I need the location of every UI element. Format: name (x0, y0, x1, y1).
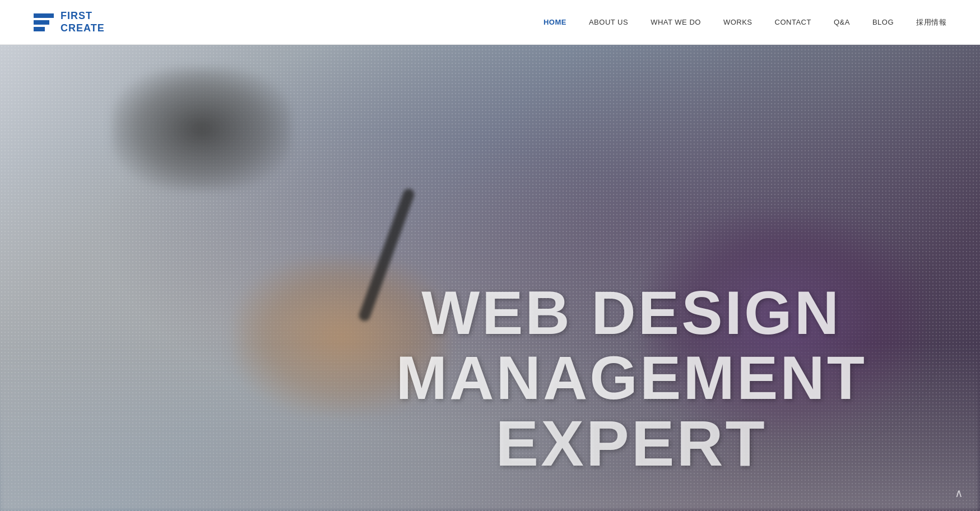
nav-contact[interactable]: CONTACT (775, 18, 811, 26)
nav-home[interactable]: HOME (544, 18, 566, 26)
nav-saiyou[interactable]: 採用情報 (916, 17, 946, 27)
nav-about[interactable]: ABOUT US (589, 18, 628, 26)
hero-camera-shape (112, 67, 291, 191)
hero-content: WEB DESIGN MANAGEMENT EXPERT (396, 280, 867, 477)
logo[interactable]: FIRST CREATE (34, 10, 105, 34)
logo-bar-bot (34, 27, 45, 31)
nav-works[interactable]: WORKS (723, 18, 753, 26)
nav-blog[interactable]: BLOG (872, 18, 894, 26)
nav-qa[interactable]: Q&A (834, 18, 850, 26)
logo-line1: FIRST (61, 10, 105, 22)
hero-title-line3: EXPERT (396, 410, 867, 477)
hero-title-line2: MANAGEMENT (396, 345, 867, 410)
main-nav: HOME ABOUT US WHAT WE DO WORKS CONTACT Q… (544, 17, 946, 27)
hero-title-line1: WEB DESIGN (396, 280, 867, 345)
site-header: FIRST CREATE HOME ABOUT US WHAT WE DO WO… (0, 0, 980, 45)
logo-line2: CREATE (61, 22, 105, 35)
logo-bar-top (34, 13, 54, 18)
logo-icon (34, 13, 54, 31)
hero-section: WEB DESIGN MANAGEMENT EXPERT ∧ (0, 45, 980, 511)
nav-what-we-do[interactable]: WHAT WE DO (651, 18, 701, 26)
logo-text: FIRST CREATE (61, 10, 105, 34)
logo-bar-mid (34, 20, 49, 25)
scroll-to-top-button[interactable]: ∧ (955, 486, 963, 500)
